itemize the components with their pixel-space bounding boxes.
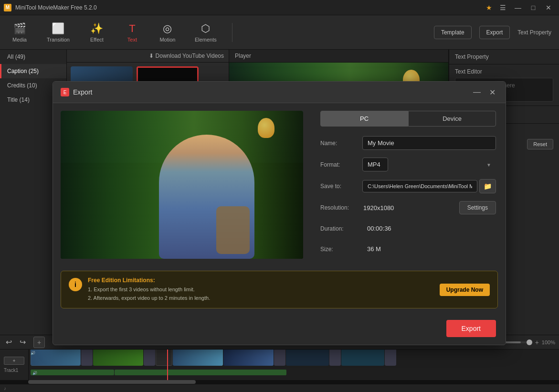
clip-2[interactable]: [93, 350, 143, 366]
clip-7[interactable]: [341, 350, 384, 366]
motion-label: Motion: [159, 37, 175, 42]
dialog-icon: E: [61, 88, 69, 96]
export-button[interactable]: Export: [479, 26, 510, 39]
transition-icon: ⬜: [52, 22, 64, 35]
timeline-scrollbar[interactable]: [0, 380, 559, 384]
clip-6[interactable]: [286, 350, 329, 366]
save-to-label: Save to:: [320, 183, 359, 190]
media-icon: 🎬: [13, 22, 26, 35]
add-media-btn[interactable]: +: [33, 337, 45, 348]
sidebar-all[interactable]: All (49): [0, 50, 66, 64]
sidebar-caption[interactable]: Caption (25): [0, 64, 66, 78]
template-button[interactable]: Template: [434, 26, 472, 39]
warning-title: Free Edition Limitations:: [88, 277, 434, 284]
text-label: Text: [127, 37, 137, 42]
audio-clips: 🔊 🔊: [29, 368, 288, 377]
dialog-settings: PC Device Name: Format: MP4 MOV AVI MKV …: [311, 103, 506, 271]
transition-label: Transition: [47, 37, 70, 42]
name-row: Name:: [320, 136, 496, 150]
resolution-value: 1920x1080: [359, 201, 459, 214]
size-value: 36 M: [362, 243, 496, 255]
warning-line1: 1. Export the first 3 videos without len…: [88, 286, 434, 294]
bottom-bar: ♪: [0, 384, 559, 392]
toolbar-divider: [232, 23, 232, 42]
upgrade-now-btn[interactable]: Upgrade Now: [440, 284, 490, 296]
scroll-thumb[interactable]: [28, 380, 196, 384]
clip-1[interactable]: [31, 350, 81, 366]
download-youtube-btn[interactable]: ⬇ Download YouTube Videos: [149, 53, 224, 59]
warning-box: i Free Edition Limitations: 1. Export th…: [61, 271, 498, 308]
size-row: Size: 36 M: [320, 243, 496, 255]
clip-transition-1[interactable]: [81, 350, 93, 366]
timeline-label: + Track1: [0, 350, 29, 380]
settings-btn[interactable]: Settings: [459, 201, 496, 214]
browse-folder-btn[interactable]: 📁: [479, 179, 496, 193]
clip-3[interactable]: [156, 350, 172, 366]
tab-device[interactable]: Device: [408, 111, 496, 127]
audio-clip-1[interactable]: 🔊: [31, 370, 114, 375]
elements-icon: ⬡: [201, 22, 210, 35]
clip-4[interactable]: [173, 350, 223, 366]
music-icon: ♪: [4, 386, 6, 391]
clip-transition-3[interactable]: [274, 350, 285, 366]
dialog-title: Export: [73, 88, 467, 96]
duration-label: Duration:: [320, 225, 359, 232]
toolbar-elements[interactable]: ⬡ Elements: [191, 21, 221, 44]
save-path-input[interactable]: [362, 180, 477, 192]
warning-icon: i: [69, 278, 82, 291]
media-label: Media: [12, 37, 27, 42]
reset-btn[interactable]: Reset: [527, 139, 553, 149]
dialog-close-btn[interactable]: ✕: [486, 86, 498, 98]
dialog-minimize-btn[interactable]: —: [471, 86, 483, 98]
toolbar-text[interactable]: T Text: [120, 21, 144, 44]
warning-content: Free Edition Limitations: 1. Export the …: [88, 277, 434, 302]
resolution-label: Resolution:: [320, 204, 359, 211]
toolbar-motion[interactable]: ◎ Motion: [156, 21, 179, 44]
redo-btn[interactable]: ↪: [18, 337, 28, 348]
text-property-header: Text Property: [449, 50, 559, 64]
dialog-preview-video: [61, 111, 303, 259]
format-select-wrapper: MP4 MOV AVI MKV WMV: [362, 158, 496, 171]
main-toolbar: 🎬 Media ⬜ Transition ✨ Effect T Text ◎ M…: [0, 15, 559, 50]
dialog-body: PC Device Name: Format: MP4 MOV AVI MKV …: [53, 103, 506, 271]
undo-btn[interactable]: ↩: [4, 337, 14, 348]
dialog-header: E Export — ✕: [53, 82, 506, 103]
title-bar: M MiniTool MovieMaker Free 5.2.0 ★ ☰ — □…: [0, 0, 559, 15]
add-track-btn[interactable]: +: [4, 357, 24, 365]
text-property-label: Text Property: [517, 29, 551, 36]
zoom-percent: 100%: [542, 339, 555, 345]
clip-transition-4[interactable]: [329, 350, 341, 366]
audio-clip-2[interactable]: 🔊: [115, 370, 286, 375]
duration-value: 00:00:36: [362, 222, 496, 235]
warning-line2: 2. Afterwards, export video up to 2 minu…: [88, 294, 434, 303]
duration-row: Duration: 00:00:36: [320, 222, 496, 235]
name-input[interactable]: [362, 136, 496, 150]
timeline-tracks: 🔊 🔊: [29, 350, 559, 380]
player-header: Player: [229, 50, 448, 63]
audio-track: 🔊 🔊: [29, 365, 559, 380]
minimize-button[interactable]: —: [511, 3, 525, 12]
maximize-button[interactable]: □: [527, 3, 540, 12]
zoom-in-btn[interactable]: +: [535, 339, 539, 346]
pin-icon[interactable]: ★: [486, 4, 492, 11]
export-tabs: PC Device: [320, 111, 496, 127]
track-label: Track1: [4, 368, 24, 373]
export-dialog: E Export — ✕ PC Device Na: [53, 81, 506, 345]
clip-transition-2[interactable]: [144, 350, 155, 366]
toolbar-transition[interactable]: ⬜ Transition: [43, 21, 74, 44]
format-label: Format:: [320, 161, 359, 168]
clip-5[interactable]: [223, 350, 274, 366]
text-editor-label: Text Editor: [455, 68, 553, 75]
export-submit-btn[interactable]: Export: [446, 320, 496, 337]
close-button[interactable]: ✕: [542, 3, 555, 12]
menu-button[interactable]: ☰: [496, 3, 509, 12]
video-clips: [29, 350, 398, 366]
toolbar-media[interactable]: 🎬 Media: [8, 21, 32, 44]
clip-transition-5[interactable]: [385, 350, 396, 366]
window-controls: ☰ — □ ✕: [496, 3, 555, 12]
export-btn-row: Export: [53, 316, 506, 345]
tab-pc[interactable]: PC: [320, 111, 408, 127]
toolbar-effect[interactable]: ✨ Effect: [85, 21, 109, 44]
format-select[interactable]: MP4 MOV AVI MKV WMV: [362, 158, 388, 171]
app-icon: M: [4, 4, 11, 11]
